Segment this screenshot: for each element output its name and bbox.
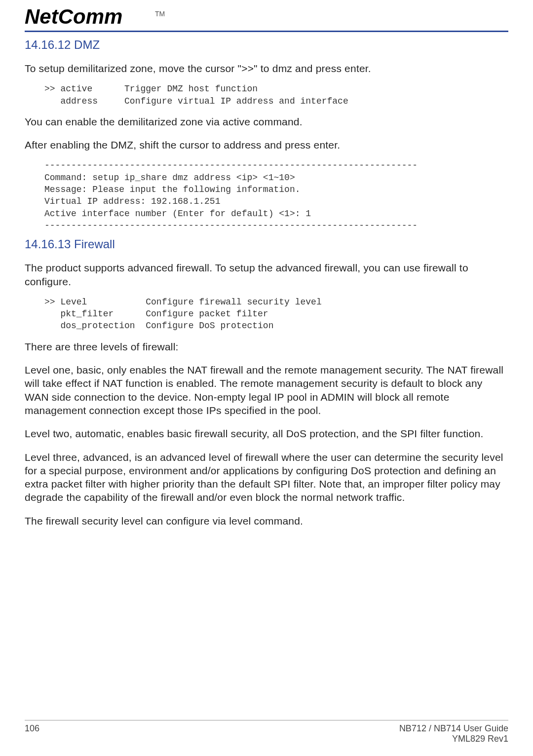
section-heading-firewall: 14.16.13 Firewall xyxy=(25,237,508,251)
firewall-code-block-1: >> Level Configure firewall security lev… xyxy=(44,296,508,332)
header-divider xyxy=(25,31,508,32)
trademark-symbol: TM xyxy=(155,10,165,18)
firewall-paragraph-5: Level three, advanced, is an advanced le… xyxy=(25,451,508,504)
dmz-code-block-2: ----------------------------------------… xyxy=(44,159,508,231)
dmz-paragraph-2: You can enable the demilitarized zone vi… xyxy=(25,115,508,128)
firewall-paragraph-2: There are three levels of firewall: xyxy=(25,340,508,353)
footer-guide-title: NB712 / NB714 User Guide xyxy=(399,723,508,733)
firewall-paragraph-4: Level two, automatic, enables basic fire… xyxy=(25,427,508,440)
section-heading-dmz: 14.16.12 DMZ xyxy=(25,38,508,52)
brand-logo: NetComm xyxy=(25,5,153,29)
dmz-paragraph-1: To setup demilitarized zone, move the cu… xyxy=(25,62,508,75)
firewall-paragraph-6: The firewall security level can configur… xyxy=(25,514,508,528)
brand-logo-row: NetComm TM xyxy=(25,5,508,29)
firewall-paragraph-3: Level one, basic, only enables the NAT f… xyxy=(25,363,508,417)
firewall-paragraph-1: The product supports advanced firewall. … xyxy=(25,261,508,288)
footer-revision: YML829 Rev1 xyxy=(452,734,508,744)
footer-page-number: 106 xyxy=(25,723,39,744)
dmz-paragraph-3: After enabling the DMZ, shift the cursor… xyxy=(25,138,508,151)
page-footer: 106 NB712 / NB714 User Guide YML829 Rev1 xyxy=(25,723,508,744)
footer-divider xyxy=(25,720,508,720)
dmz-code-block-1: >> active Trigger DMZ host function addr… xyxy=(44,83,508,107)
svg-text:NetComm: NetComm xyxy=(25,5,122,28)
